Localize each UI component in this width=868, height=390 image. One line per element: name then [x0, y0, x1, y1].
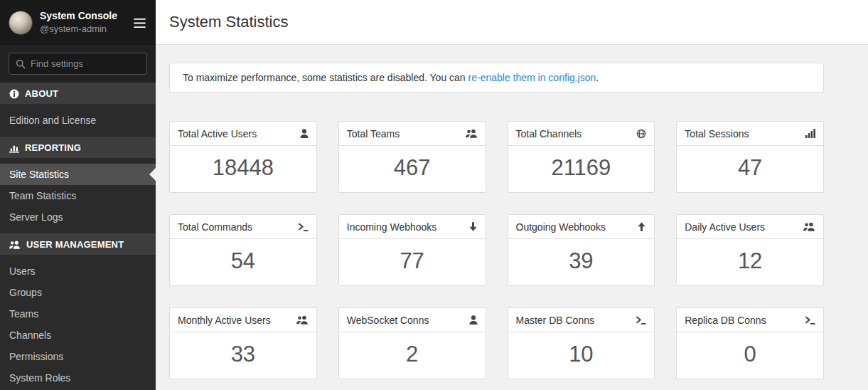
- stat-value: 10: [508, 332, 655, 379]
- arrow-up-icon: [637, 222, 646, 231]
- banner-text-end: .: [596, 72, 599, 83]
- search-box: [9, 53, 147, 75]
- stat-label: Total Teams: [347, 128, 400, 139]
- stat-label: Outgoing Webhooks: [516, 221, 606, 233]
- stat-label: Total Commands: [178, 221, 252, 233]
- users-icon: [803, 222, 815, 231]
- terminal-icon: [298, 222, 309, 231]
- sidebar-item-system-roles[interactable]: System Roles: [0, 367, 156, 389]
- stat-label: Total Sessions: [685, 128, 749, 139]
- arrow-down-icon: [468, 222, 478, 231]
- stat-value: 21169: [508, 146, 655, 192]
- sidebar-item-permissions[interactable]: Permissions: [0, 346, 156, 367]
- content: To maximize performance, some statistics…: [156, 45, 868, 390]
- stat-card-master-db-conns: Master DB Conns 10: [508, 307, 655, 379]
- section-user-management-items: Users Groups Teams Channels Permissions …: [0, 255, 156, 390]
- sidebar-item-groups[interactable]: Groups: [0, 282, 156, 303]
- config-json-link[interactable]: re-enable them in config.json: [468, 72, 596, 83]
- performance-banner: To maximize performance, some statistics…: [169, 63, 824, 93]
- globe-icon: [636, 129, 646, 139]
- stat-card-daily-active-users: Daily Active Users 12: [676, 214, 824, 286]
- sidebar-item-site-statistics[interactable]: Site Statistics: [0, 164, 156, 185]
- stat-value: 18448: [170, 146, 316, 192]
- main-area: System Statistics To maximize performanc…: [156, 0, 868, 390]
- section-reporting-items: Site Statistics Team Statistics Server L…: [0, 158, 156, 233]
- stat-card-websocket-conns: WebSocket Conns 2: [338, 307, 486, 379]
- stats-grid: Total Active Users 18448 Total Teams 467…: [169, 121, 824, 379]
- sidebar-item-channels[interactable]: Channels: [0, 325, 156, 346]
- sidebar: System Console @system-admin ABOUT Editi…: [0, 0, 156, 390]
- info-icon: [9, 88, 19, 99]
- stat-value: 0: [677, 332, 823, 379]
- main-header: System Statistics: [156, 0, 868, 45]
- users-icon: [9, 239, 21, 250]
- users-icon: [296, 315, 309, 325]
- stat-label: WebSocket Conns: [347, 315, 429, 326]
- stat-value: 39: [508, 239, 655, 285]
- stat-card-monthly-active-users: Monthly Active Users 33: [169, 307, 317, 379]
- sidebar-item-server-logs[interactable]: Server Logs: [0, 206, 156, 228]
- stat-card-total-teams: Total Teams 467: [338, 121, 486, 193]
- user-icon: [300, 129, 309, 138]
- section-label: USER MANAGEMENT: [26, 239, 124, 250]
- section-user-management: USER MANAGEMENT: [0, 233, 156, 255]
- stat-value: 77: [339, 239, 486, 285]
- signal-bars-icon: [805, 129, 815, 138]
- sidebar-nav: ABOUT Edition and License REPORTING Site…: [0, 83, 156, 390]
- stat-value: 12: [677, 239, 823, 285]
- stat-label: Master DB Conns: [516, 315, 594, 326]
- sidebar-header: System Console @system-admin: [0, 0, 156, 45]
- terminal-icon: [805, 315, 815, 325]
- user-icon: [469, 315, 478, 325]
- stat-label: Total Channels: [516, 128, 582, 139]
- console-identity: System Console @system-admin: [40, 9, 125, 35]
- stat-label: Incoming Webhooks: [347, 221, 437, 233]
- sidebar-search-area: [0, 45, 156, 83]
- section-label: ABOUT: [25, 88, 58, 99]
- users-icon: [466, 129, 478, 138]
- console-title: System Console: [40, 9, 125, 23]
- stat-label: Total Active Users: [178, 128, 257, 139]
- stat-value: 54: [170, 239, 316, 285]
- stat-value: 467: [339, 146, 486, 192]
- bar-chart-icon: [9, 142, 19, 152]
- stat-card-outgoing-webhooks: Outgoing Webhooks 39: [508, 214, 655, 286]
- menu-icon[interactable]: [132, 14, 147, 32]
- stat-label: Daily Active Users: [685, 221, 765, 233]
- section-about-items: Edition and License: [0, 104, 156, 137]
- stat-card-replica-db-conns: Replica DB Conns 0: [676, 307, 824, 379]
- sidebar-item-teams[interactable]: Teams: [0, 303, 156, 325]
- sidebar-item-edition-and-license[interactable]: Edition and License: [0, 110, 156, 131]
- stat-value: 47: [677, 146, 823, 192]
- sidebar-item-users[interactable]: Users: [0, 260, 156, 282]
- stat-card-total-active-users: Total Active Users 18448: [169, 121, 317, 193]
- search-icon: [16, 58, 26, 70]
- stat-label: Replica DB Conns: [685, 315, 766, 326]
- stat-card-total-commands: Total Commands 54: [169, 214, 317, 286]
- section-label: REPORTING: [25, 142, 81, 153]
- section-about: ABOUT: [0, 83, 156, 104]
- terminal-icon: [636, 315, 646, 325]
- stat-label: Monthly Active Users: [178, 315, 271, 326]
- search-input[interactable]: [31, 58, 140, 69]
- section-reporting: REPORTING: [0, 137, 156, 158]
- stat-value: 33: [170, 332, 316, 379]
- avatar: [9, 11, 33, 35]
- page-title: System Statistics: [169, 13, 288, 31]
- sidebar-item-team-statistics[interactable]: Team Statistics: [0, 185, 156, 206]
- stat-value: 2: [339, 332, 486, 379]
- stat-card-incoming-webhooks: Incoming Webhooks 77: [338, 214, 486, 286]
- stat-card-total-sessions: Total Sessions 47: [676, 121, 824, 193]
- stat-card-total-channels: Total Channels 21169: [508, 121, 655, 193]
- console-subtitle: @system-admin: [40, 23, 125, 36]
- banner-text: To maximize performance, some statistics…: [183, 72, 468, 83]
